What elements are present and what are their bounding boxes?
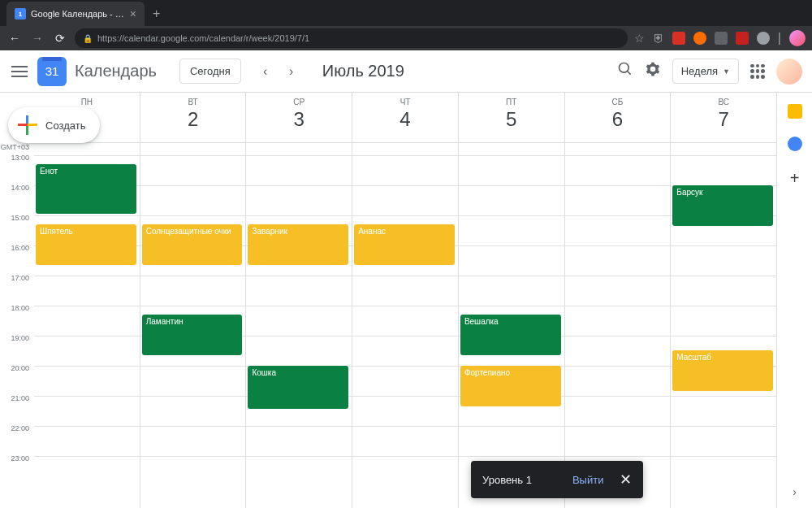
create-button[interactable]: Создать — [8, 107, 100, 143]
expand-panel-icon[interactable]: › — [793, 485, 797, 498]
time-label: 15:00 — [0, 214, 34, 244]
calendar-event[interactable]: Фортепиано — [460, 366, 561, 406]
ext-icon-1[interactable] — [672, 32, 685, 45]
day-header[interactable]: СР3 — [245, 93, 352, 142]
keep-icon[interactable] — [788, 104, 802, 119]
calendar-event[interactable]: Барсук — [672, 185, 773, 226]
month-label: Июль 2019 — [322, 62, 404, 80]
day-number: 7 — [671, 108, 776, 131]
calendar-event[interactable]: Шпятель — [36, 224, 136, 265]
ext-icon-2[interactable] — [693, 32, 706, 45]
calendar-event[interactable]: Кошка — [248, 366, 348, 410]
star-icon[interactable]: ☆ — [634, 32, 645, 45]
shield-icon[interactable]: ⛨ — [653, 32, 664, 45]
caret-down-icon: ▼ — [723, 67, 730, 76]
day-header[interactable]: ВС7 — [670, 93, 776, 142]
day-number: 3 — [246, 108, 352, 131]
view-selector[interactable]: Неделя ▼ — [672, 59, 739, 84]
day-of-week: ЧТ — [352, 98, 458, 106]
ext-icon-5[interactable] — [757, 32, 770, 45]
day-number: 2 — [140, 108, 246, 131]
day-column[interactable]: БарсукМасштаб — [670, 143, 776, 508]
calendar-grid: GMT+03 13:0014:0015:0016:0017:0018:0019:… — [0, 93, 776, 508]
calendar-event[interactable]: Заварник — [248, 224, 348, 265]
address-bar: ← → ⟳ 🔒 https://calendar.google.com/cale… — [0, 26, 812, 50]
browser-chrome: 1 Google Календарь - Неделя: × + ← → ⟳ 🔒… — [0, 0, 812, 50]
menu-icon[interactable] — [10, 62, 29, 81]
svg-line-1 — [627, 72, 630, 75]
tab-favicon: 1 — [15, 8, 26, 20]
day-header[interactable]: ВТ2 — [140, 93, 246, 142]
time-label: 14:00 — [0, 184, 34, 214]
tab-close-icon[interactable]: × — [130, 7, 136, 20]
calendar-event[interactable]: Вешалка — [460, 315, 561, 355]
browser-tab[interactable]: 1 Google Календарь - Неделя: × — [6, 2, 145, 26]
toast-action-button[interactable]: Выйти — [572, 474, 604, 486]
calendar-logo: 31 — [37, 57, 67, 86]
toast-close-icon[interactable]: ✕ — [620, 471, 632, 488]
svg-point-0 — [619, 63, 628, 73]
calendar-event[interactable]: Масштаб — [672, 350, 773, 391]
day-header[interactable]: СБ6 — [564, 93, 671, 142]
reload-button[interactable]: ⟳ — [52, 32, 68, 45]
plus-icon — [18, 115, 37, 135]
toast-message: Уровень 1 — [482, 474, 532, 486]
day-column[interactable]: Солнцезащитные очкиЛамантин — [140, 143, 246, 508]
day-of-week: ПН — [34, 98, 140, 106]
divider: | — [778, 31, 781, 46]
day-headers: ПН1ВТ2СР3ЧТ4ПТ5СБ6ВС7 — [34, 93, 776, 143]
back-button[interactable]: ← — [6, 32, 23, 45]
day-column[interactable] — [564, 143, 671, 508]
day-column[interactable]: ВешалкаФортепиано — [458, 143, 564, 508]
day-of-week: СР — [246, 98, 352, 106]
time-label: 23:00 — [0, 454, 34, 484]
day-of-week: СБ — [565, 98, 671, 106]
settings-icon[interactable] — [645, 61, 661, 81]
tasks-icon[interactable] — [788, 137, 802, 151]
day-number: 4 — [352, 108, 458, 131]
lock-icon: 🔒 — [83, 34, 93, 43]
time-column: GMT+03 13:0014:0015:0016:0017:0018:0019:… — [0, 93, 34, 508]
day-header[interactable]: ПТ5 — [458, 93, 564, 142]
forward-button[interactable]: → — [29, 32, 45, 45]
day-header[interactable]: ЧТ4 — [352, 93, 458, 142]
day-column[interactable]: ЕнотШпятель — [34, 143, 140, 508]
prev-week-button[interactable]: ‹ — [254, 60, 277, 83]
day-of-week: ВТ — [140, 98, 246, 106]
browser-profile-avatar[interactable] — [789, 30, 806, 46]
addons-plus-icon[interactable]: + — [790, 169, 800, 188]
tab-bar: 1 Google Календарь - Неделя: × + — [0, 0, 812, 26]
calendar-event[interactable]: Ламантин — [142, 315, 243, 355]
today-button[interactable]: Сегодня — [179, 59, 241, 84]
main-area: Создать GMT+03 13:0014:0015:0016:0017:00… — [0, 93, 812, 508]
toast-notification: Уровень 1 Выйти ✕ — [471, 461, 643, 498]
days-area: ПН1ВТ2СР3ЧТ4ПТ5СБ6ВС7 ЕнотШпятельСолнцез… — [34, 93, 776, 508]
new-tab-button[interactable]: + — [145, 2, 168, 26]
time-label: 18:00 — [0, 304, 34, 334]
day-column[interactable]: ЗаварникКошка — [245, 143, 352, 508]
time-label: 19:00 — [0, 334, 34, 364]
side-panel: + › — [776, 93, 812, 508]
user-avatar[interactable] — [776, 59, 802, 85]
calendar-event[interactable]: Енот — [36, 164, 136, 214]
google-apps-icon[interactable] — [750, 64, 765, 79]
grid-body[interactable]: ЕнотШпятельСолнцезащитные очкиЛамантинЗа… — [34, 143, 776, 508]
day-column[interactable]: Ананас — [352, 143, 458, 508]
url-input[interactable]: 🔒 https://calendar.google.com/calendar/r… — [75, 28, 628, 48]
time-label: 22:00 — [0, 424, 34, 454]
nav-arrows: ‹ › — [254, 60, 303, 83]
ext-icon-3[interactable] — [715, 32, 728, 45]
ext-icon-4[interactable] — [736, 32, 749, 45]
day-number: 6 — [565, 108, 671, 131]
time-label: 21:00 — [0, 394, 34, 424]
search-icon[interactable] — [617, 61, 633, 81]
app-header: 31 Календарь Сегодня ‹ › Июль 2019 Недел… — [0, 50, 812, 93]
calendar-event[interactable]: Солнцезащитные очки — [142, 224, 243, 265]
timezone-label: GMT+03 — [0, 143, 34, 151]
next-week-button[interactable]: › — [280, 60, 303, 83]
day-number: 5 — [459, 108, 564, 131]
calendar-event[interactable]: Ананас — [354, 224, 455, 265]
tab-title: Google Календарь - Неделя: — [31, 9, 125, 19]
day-of-week: ВС — [671, 98, 776, 106]
app-name: Календарь — [75, 62, 157, 80]
